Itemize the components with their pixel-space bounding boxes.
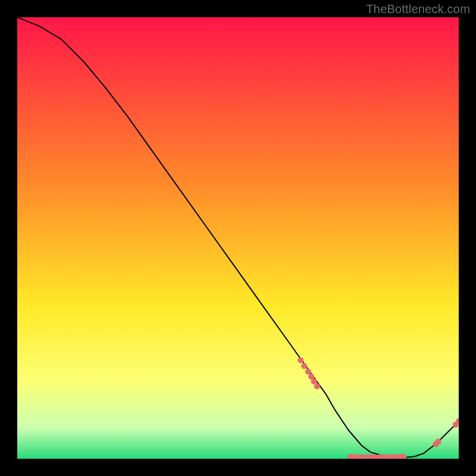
data-marker bbox=[436, 439, 441, 444]
chart-area bbox=[17, 17, 459, 459]
data-marker bbox=[301, 363, 307, 369]
chart-canvas bbox=[17, 17, 459, 459]
watermark: TheBottleneck.com bbox=[366, 2, 470, 16]
data-marker bbox=[314, 383, 320, 389]
data-marker bbox=[298, 358, 303, 364]
svg-rect-0 bbox=[17, 17, 459, 459]
